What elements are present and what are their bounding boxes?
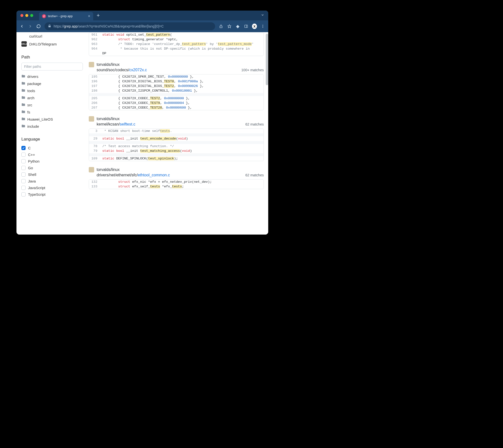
code-line[interactable]: 109static DEFINE_SPINLOCK(test_spinlock)… [89, 156, 264, 161]
bookmark-icon[interactable] [227, 24, 232, 28]
path-filter-item[interactable]: drivers [21, 73, 83, 80]
language-filter-item[interactable]: Shell [21, 171, 83, 178]
code-block: 195 { CX2072X_SPKR_DRC_TEST, 0x00000000 … [89, 74, 264, 110]
path-filter-item[interactable]: include [21, 123, 83, 130]
new-tab-button[interactable]: + [97, 12, 100, 19]
line-number: 207 [89, 105, 100, 110]
code-line[interactable]: 196 { CX2072X_DIGITAL_BIOS_TEST0, 0x001f… [89, 79, 264, 84]
language-name: C [28, 146, 31, 150]
repo-filter-item[interactable]: DrKLODrKLO/Telegram [21, 40, 83, 48]
code-line[interactable]: 29static bool __init test_encode_decode(… [89, 136, 264, 141]
checkbox[interactable] [21, 192, 26, 196]
path-filter-item[interactable]: package [21, 80, 83, 87]
path-filter-item[interactable]: arch [21, 94, 83, 101]
path-filter-item[interactable]: fs [21, 109, 83, 116]
language-name: Java [28, 179, 36, 183]
nav-forward-icon[interactable] [28, 24, 33, 29]
checkbox[interactable] [21, 186, 26, 190]
path-filter-input[interactable] [21, 63, 83, 70]
code-content: { CX2072X_CODEC_TEST2, 0x00000000 }, [100, 96, 264, 101]
url-bar[interactable]: https://grep.app/search?q=test%5Cw%2B&re… [45, 22, 215, 30]
code-line[interactable]: 133 struct efx_self_tests *efx_tests; [89, 184, 264, 189]
path-filter-item[interactable]: src [21, 101, 83, 109]
share-icon[interactable] [218, 24, 223, 28]
result-path-link[interactable]: ethtool_common.c [138, 173, 170, 177]
result-repo[interactable]: torvalds/linux [97, 117, 119, 121]
code-line[interactable]: 79static bool __init test_matching_acces… [89, 149, 264, 153]
code-line[interactable]: 961static void optc1_set_test_pattern( [89, 32, 264, 37]
tab-favicon: // [42, 14, 46, 18]
result-path-link[interactable]: selftest.c [120, 122, 135, 126]
line-number: 961 [89, 32, 100, 37]
folder-icon [21, 74, 25, 79]
result-avatar [89, 62, 94, 67]
repo-filter-item[interactable]: curl/curl [21, 32, 83, 40]
language-filter-item[interactable]: Go [21, 165, 83, 171]
scrollbar-thumb[interactable] [266, 34, 268, 85]
repo-avatar: DrKLO [21, 41, 27, 47]
svg-rect-1 [245, 25, 248, 28]
result-path-prefix: drivers/net/ethernet/sfc/ [97, 173, 138, 177]
language-filter-item[interactable]: TypeScript [21, 191, 83, 198]
path-filter-item[interactable]: Huawei_LiteOS [21, 116, 83, 123]
line-number: 195 [89, 74, 100, 79]
repo-avatar [21, 33, 27, 39]
result-repo[interactable]: torvalds/linux [97, 168, 119, 172]
code-line[interactable]: 195 { CX2072X_SPKR_DRC_TEST, 0x00000000 … [89, 74, 264, 79]
result-repo[interactable]: torvalds/linux [97, 62, 119, 67]
code-content: struct efx_self_tests *efx_tests; [100, 184, 264, 189]
code-content: static bool __init test_encode_decode(vo… [100, 136, 264, 141]
path-name: Huawei_LiteOS [27, 117, 53, 121]
tab-title: test\w+ - grep.app [48, 15, 86, 18]
profile-avatar[interactable]: X [252, 24, 257, 29]
url-text: https://grep.app/search?q=test%5Cw%2B&re… [54, 24, 212, 28]
code-line[interactable]: 205 { CX2072X_CODEC_TEST2, 0x00000000 }, [89, 96, 264, 101]
window-close[interactable] [20, 14, 23, 17]
language-filter-item[interactable]: C++ [21, 151, 83, 158]
line-number: 198 [89, 88, 100, 93]
language-filter-item[interactable]: Java [21, 178, 83, 184]
nav-back-icon[interactable] [19, 24, 24, 29]
menu-icon[interactable] [260, 24, 265, 28]
browser-tab[interactable]: // test\w+ - grep.app × [39, 12, 93, 20]
path-filter-item[interactable]: tools [21, 87, 83, 94]
code-line[interactable]: 962 struct timing_generator *optc, [89, 37, 264, 42]
code-line[interactable]: 132 struct efx_nic *efx = efx_netdev_pri… [89, 179, 264, 184]
code-content: { CX2072X_SPKR_DRC_TEST, 0x00000000 }, [100, 74, 264, 79]
checkbox[interactable] [21, 179, 26, 183]
code-line[interactable]: 964 * because this is not DP-specific (w… [89, 47, 264, 51]
checkbox[interactable] [21, 159, 26, 163]
language-filter-item[interactable]: C [21, 145, 83, 151]
match-count: 62 matches [245, 122, 264, 126]
tab-close-icon[interactable]: × [88, 14, 90, 18]
checkbox[interactable] [21, 153, 26, 157]
sidepanel-icon[interactable] [244, 24, 249, 28]
window-minimize[interactable] [25, 14, 28, 17]
nav-reload-icon[interactable] [36, 24, 41, 29]
code-line[interactable]: 963 /* TODO: replace 'controller_dp_test… [89, 42, 264, 47]
language-filter-item[interactable]: Python [21, 158, 83, 165]
result-path: kernel/kcsan/selftest.c62 matches [97, 122, 264, 127]
tab-overflow-icon[interactable] [261, 13, 264, 18]
line-number: 964 [89, 47, 100, 51]
checkbox[interactable] [21, 166, 26, 170]
code-line[interactable]: 207 { CX2072X_CODEC_TEST20, 0x00000600 }… [89, 105, 264, 110]
code-content: { CX2072X_DIGITAL_BIOS_TEST0, 0x001f008a… [100, 79, 264, 84]
code-line[interactable]: 198 { CX2072X_I2SPCM_CONTROL1, 0x0001000… [89, 88, 264, 93]
result-path-link[interactable]: cx2072x.c [129, 68, 147, 72]
code-block: 3 * KCSAN short boot-time selftests.29st… [89, 128, 264, 161]
code-line[interactable]: 3 * KCSAN short boot-time selftests. [89, 129, 264, 133]
code-line[interactable]: 78/* Test access matching function. */ [89, 144, 264, 149]
line-number: 206 [89, 101, 100, 105]
window-maximize[interactable] [30, 14, 33, 17]
code-line[interactable]: 206 { CX2072X_CODEC_TEST9, 0x00000004 }, [89, 101, 264, 105]
checkbox[interactable] [21, 146, 26, 150]
svg-point-4 [263, 26, 263, 27]
code-content: * KCSAN short boot-time selftests. [100, 129, 264, 133]
code-line[interactable]: 197 { CX2072X_DIGITAL_BIOS_TEST2, 0x0099… [89, 84, 264, 88]
language-name: Python [28, 159, 40, 163]
language-filter-item[interactable]: JavaScript [21, 184, 83, 191]
extensions-icon[interactable] [235, 24, 240, 28]
browser-chrome: // test\w+ - grep.app × + [17, 11, 268, 32]
checkbox[interactable] [21, 172, 26, 176]
